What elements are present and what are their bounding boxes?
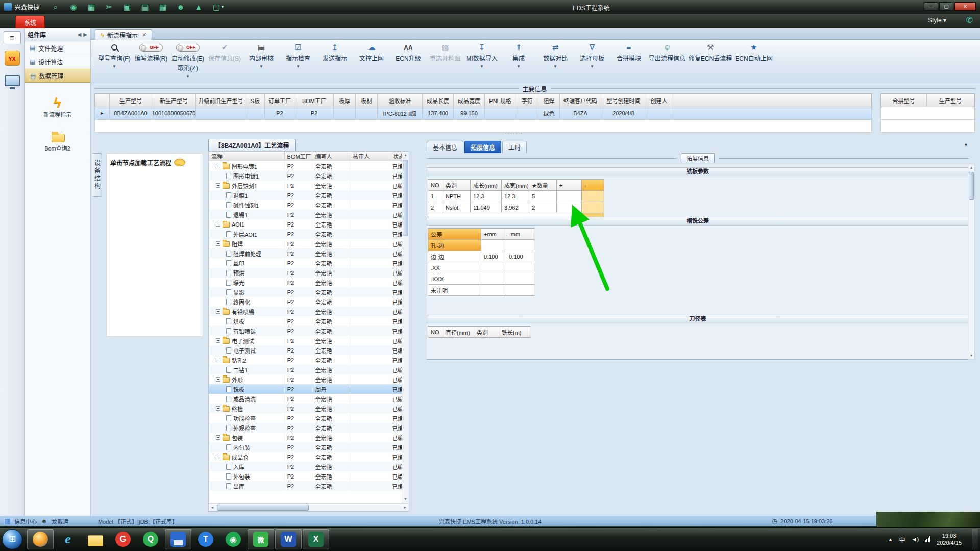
toolbar-button[interactable]: 重选开料图 ▼ [428,42,462,69]
dropdown-arrow-icon[interactable]: ▼ [259,64,263,69]
tree-horizontal-scrollbar[interactable]: ◄ ► [209,503,409,511]
toolbar-button[interactable]: 发送指示 ▼ [318,42,352,69]
scroll-down-icon[interactable]: ▼ [402,496,409,503]
minus-cell[interactable] [582,191,604,202]
tree-row[interactable]: 阻焊前处理 P2 全宏艳 已编写 [209,248,409,258]
collapse-expander-icon[interactable] [216,164,220,168]
scroll-right-icon[interactable]: ► [402,506,409,509]
detail-tab[interactable]: 基本信息 [427,141,463,153]
taskbar-app-button[interactable]: X [303,529,329,549]
volume-icon[interactable]: ◄) [912,536,919,542]
copy-icon[interactable] [140,3,150,12]
dropdown-arrow-icon[interactable]: ▼ [296,64,300,69]
search-icon[interactable] [51,3,61,12]
mill-row[interactable]: 2 Nslot 11.049 3.962 2 [428,202,604,213]
scrollbar-thumb[interactable] [969,172,974,200]
collapse-expander-icon[interactable] [216,241,220,246]
collapse-expander-icon[interactable] [216,222,220,227]
main-info-selected-row[interactable]: ► 8B4ZA001A010010800050670P2P2IPC-6012 Ⅱ… [94,107,872,120]
taskbar-app-button[interactable] [165,529,191,549]
collapse-left-icon[interactable]: ◀ [78,32,82,37]
close-button[interactable]: ✕ [954,2,976,11]
tree-row[interactable]: 碱性蚀刻1 P2 全宏艳 已编写 [209,200,409,210]
tree-row[interactable]: 成品清洗 P2 全宏艳 已编写 [209,394,409,404]
tree-row[interactable]: 退锡1 P2 全宏艳 已编写 [209,210,409,219]
tolerance-row[interactable]: 边-边 0.100 0.100 [428,251,534,262]
user-icon[interactable] [176,3,186,12]
sidebar-item[interactable]: ▤ 数据管理 [24,69,90,83]
toolbar-button[interactable]: 文控上网 ▼ [355,42,388,69]
collapse-expander-icon[interactable] [216,455,220,459]
minus-mm-cell[interactable] [506,262,534,273]
taskbar-app-button[interactable]: T [192,529,219,549]
dropdown-arrow-icon[interactable]: ▼ [186,74,190,79]
tree-row[interactable]: 终检 P2 全宏艳 已编写 [209,404,409,413]
tree-row[interactable]: 预烘 P2 全宏艳 已编写 [209,268,409,278]
taskbar-app-button[interactable]: e [55,529,81,549]
toolbar-button[interactable]: 选择母板 ▼ [575,42,609,69]
tree-row[interactable]: 外形 P2 全宏艳 已编写 [209,374,409,384]
quick-icons-caret-icon[interactable]: ▾ [222,5,224,9]
tree-row[interactable]: 图形电镀1 P2 全宏艳 已编写 [209,171,409,181]
tree-row[interactable]: 铣板 P2 周丹 已编写 [209,384,409,394]
toolbar-button[interactable]: MI数据导入 ▼ [465,42,499,69]
main-info-empty-row[interactable] [94,120,872,133]
toolbar-button[interactable]: 集成 ▼ [502,42,535,69]
chart-icon[interactable] [193,3,204,12]
go-icon[interactable]: ▶ [83,32,87,37]
start-button[interactable]: ⊞ [2,529,22,549]
toolbar-button[interactable]: 保存信息(S) ▼ [208,42,241,69]
tree-row[interactable]: 阻焊 P2 全宏艳 已编写 [209,239,409,248]
dropdown-arrow-icon[interactable]: ▼ [517,64,521,69]
scroll-down-icon[interactable]: ▼ [968,352,974,359]
toolbar-button[interactable]: ECN自动上网 ▼ [735,42,772,69]
tree-row[interactable]: 外包装 P2 全宏艳 已编写 [209,471,409,481]
menu-toggle-icon[interactable]: ≡ [4,31,21,44]
tree-row[interactable]: 曝光 P2 全宏艳 已编写 [209,278,409,287]
tree-row[interactable]: 电子测试 P2 全宏艳 已编写 [209,345,409,355]
toolbar-button[interactable]: 内部审核 ▼ [244,42,278,69]
minus-mm-cell[interactable] [506,285,534,296]
collapse-expander-icon[interactable] [216,309,220,314]
plus-mm-cell[interactable] [481,240,506,251]
right-empty-row[interactable] [880,107,975,120]
grid-icon[interactable] [86,3,96,12]
tolerance-row[interactable]: .XXX [428,273,534,285]
save-icon[interactable] [122,3,132,12]
tolerance-row[interactable]: .XX [428,262,534,273]
tree-row[interactable]: 出库 P2 全宏艳 已编写 [209,481,409,491]
lightning-icon[interactable]: 新流程指示 [43,96,71,118]
collapse-expander-icon[interactable] [216,377,220,382]
tree-row[interactable]: 包装 P2 全宏艳 已编写 [209,433,409,442]
collapse-expander-icon[interactable] [216,435,220,440]
taskbar-app-button[interactable] [27,529,54,549]
scroll-up-icon[interactable]: ▲ [968,164,974,171]
tree-row[interactable]: 电子测试 P2 全宏艳 已编写 [209,336,409,345]
taskbar-app-button[interactable]: G [110,529,136,549]
tree-row[interactable]: 内包装 P2 全宏艳 已编写 [209,442,409,452]
dropdown-arrow-icon[interactable]: ▼ [553,64,557,69]
info-center-link[interactable]: 信息中心 [14,517,37,525]
scrollbar-thumb[interactable] [217,505,309,511]
collapse-expander-icon[interactable] [216,358,220,362]
dropdown-arrow-icon[interactable]: ▼ [480,64,484,69]
tab-new-flow-instruction[interactable]: ϟ 新流程指示 ✕ [95,29,152,40]
right-empty-row[interactable] [880,120,975,133]
mill-row[interactable]: 1 NPTH 12.3 12.3 5 [428,191,604,202]
flow-panel-title-tab[interactable]: 【8B4ZA001A0】工艺流程 [208,139,296,151]
tab-device-structure[interactable]: 设备结构 [92,153,102,197]
tree-row[interactable]: 退膜1 P2 全宏艳 已编写 [209,190,409,200]
toolbar-button[interactable]: 修复ECN丢流程 ▼ [689,42,732,69]
tree-row[interactable]: 烘板 P2 全宏艳 已编写 [209,316,409,326]
model-search-button[interactable]: 型号查询(F) ▼ [97,42,131,69]
write-flow-toggle[interactable]: OFF 编写流程(R) [134,42,168,62]
tolerance-row[interactable]: 未注明 [428,285,534,296]
plus-mm-cell[interactable] [481,273,506,285]
folder-icon[interactable]: Bom查询2 [44,130,70,152]
sidebar-item[interactable]: ▤ 文件处理 [24,41,90,55]
plus-mm-cell[interactable]: 0.100 [481,251,506,262]
minus-mm-cell[interactable] [506,273,534,285]
tree-vertical-scrollbar[interactable]: ▲ ▼ [402,152,409,503]
tree-row[interactable]: 有铅喷锡 P2 全宏艳 已编写 [209,307,409,316]
tree-row[interactable]: 有铅喷锡 P2 全宏艳 已编写 [209,326,409,336]
